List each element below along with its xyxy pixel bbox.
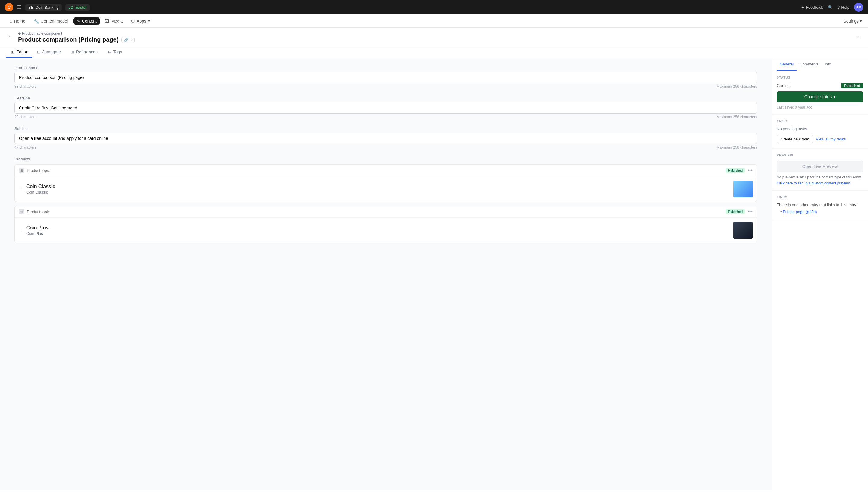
product-card-body-0: ⠿ Coin Classic Coin Classic [15,176,757,202]
space-initials: BE [28,5,33,10]
right-tab-info[interactable]: Info [821,58,834,70]
space-selector[interactable]: BE Coin Banking [25,4,62,11]
internal-name-field: Internal name 33 characters Maximum 256 … [15,65,757,89]
tasks-section-title: TASKS [777,119,863,123]
product-card-body-1: ⠿ Coin Plus Coin Plus [15,218,757,243]
help-button[interactable]: ? Help [837,5,849,10]
headline-input[interactable] [15,102,757,114]
nav-item-home[interactable]: ⌂ Home [6,17,29,25]
preview-setup-link[interactable]: Click here to set up a custom content pr… [777,181,863,185]
product-thumb-0 [733,181,752,198]
branch-icon: ⎇ [68,5,73,10]
help-icon: ? [837,5,840,10]
branch-selector[interactable]: ⎇ master [65,4,90,11]
breadcrumb-content: ◆ Product table component Product compar… [18,31,853,46]
tasks-section: TASKS No pending tasks Create new task V… [772,115,868,149]
content-area: ⊞ Editor ⊞ Jumpgate ⊞ References 🏷 Tags … [0,47,868,492]
feedback-button[interactable]: ✦ Feedback [801,5,823,10]
chevron-down-icon: ▾ [833,95,835,99]
content-icon: ✎ [76,19,80,23]
product-card-header-1: ⊞ Product topic Published ••• [15,206,757,218]
subline-max-chars: Maximum 256 characters [716,145,757,150]
tab-editor[interactable]: ⊞ Editor [6,47,32,58]
right-panel: General Comments Info STATUS Current Pub… [771,58,868,491]
references-tab-icon: ⊞ [71,49,74,54]
links-list: Pricing page (p13n) [777,209,863,214]
internal-name-label: Internal name [15,65,757,70]
jumpgate-tab-icon: ⊞ [37,49,41,54]
subline-meta: 47 characters Maximum 256 characters [15,145,757,150]
internal-name-input[interactable] [15,72,757,83]
last-saved-text: Last saved a year ago [777,105,863,109]
products-field: Products ⊞ Product topic Published ••• ⠿… [15,157,757,243]
product-name-1: Coin Plus [26,225,730,231]
product-card-menu-1[interactable]: ••• [747,209,752,214]
product-card-menu-0[interactable]: ••• [747,168,752,173]
tab-references[interactable]: ⊞ References [66,47,103,58]
product-card-1: ⊞ Product topic Published ••• ⠿ Coin Plu… [15,206,757,243]
nav-item-apps[interactable]: ⬡ Apps ▾ [127,17,154,25]
product-card-header-0: ⊞ Product topic Published ••• [15,165,757,176]
drag-handle-0[interactable]: ⠿ [19,187,22,191]
avatar[interactable]: AR [854,3,863,12]
change-status-button[interactable]: Change status ▾ [777,91,863,102]
nav-item-content[interactable]: ✎ Content [73,17,100,25]
editor-panel: Internal name 33 characters Maximum 256 … [0,58,771,491]
tab-jumpgate[interactable]: ⊞ Jumpgate [32,47,66,58]
link-icon: 🔗 [124,38,129,42]
product-thumb-1 [733,222,752,239]
page-title-row: Product comparison (Pricing page) 🔗 1 [18,36,853,43]
top-bar: C ☰ BE Coin Banking ⎇ master ✦ Feedback … [0,0,868,15]
subline-input[interactable] [15,133,757,144]
product-status-badge-1: Published [726,209,745,214]
menu-icon[interactable]: ☰ [17,4,22,11]
headline-field: Headline 29 characters Maximum 256 chara… [15,96,757,119]
right-tab-general[interactable]: General [777,58,797,70]
headline-meta: 29 characters Maximum 256 characters [15,115,757,119]
preview-section: PREVIEW Open Live Preview No preview is … [772,149,868,190]
more-options-button[interactable]: … [856,33,862,39]
product-type-icon-1: ⊞ [19,209,24,214]
nav-item-content-model[interactable]: 🔧 Content model [30,17,72,25]
page-title: Product comparison (Pricing page) [18,36,119,43]
view-all-tasks-button[interactable]: View all my tasks [816,135,846,143]
app-logo: C [5,3,13,12]
reference-badge[interactable]: 🔗 1 [121,37,135,43]
space-name: Coin Banking [35,5,58,10]
secondary-nav: ⌂ Home 🔧 Content model ✎ Content 🖼 Media… [0,15,868,28]
product-type-icon-0: ⊞ [19,168,24,173]
preview-section-title: PREVIEW [777,153,863,157]
tags-tab-icon: 🏷 [107,49,111,54]
link-item-0[interactable]: Pricing page (p13n) [780,209,863,214]
apps-dropdown-icon: ▾ [148,19,150,23]
search-button[interactable]: 🔍 [828,5,833,10]
create-task-button[interactable]: Create new task [777,135,813,143]
nav-item-media[interactable]: 🖼 Media [102,17,126,25]
product-type-label-0: Product topic [27,168,723,173]
editor-tabs: ⊞ Editor ⊞ Jumpgate ⊞ References 🏷 Tags [0,47,868,58]
links-section: LINKS There is one other entry that link… [772,190,868,220]
headline-char-count: 29 characters [15,115,36,119]
back-button[interactable]: ← [6,32,15,40]
preview-notice-text: No preview is set up for the content typ… [777,175,863,180]
open-live-preview-button[interactable]: Open Live Preview [777,161,863,172]
status-badge: Published [841,83,863,88]
headline-label: Headline [15,96,757,100]
status-current-label: Current [777,83,791,88]
status-section-title: STATUS [777,76,863,79]
headline-max-chars: Maximum 256 characters [716,115,757,119]
product-name-0: Coin Classic [26,184,730,189]
right-panel-tabs: General Comments Info [772,58,868,71]
feedback-icon: ✦ [801,5,804,10]
breadcrumb-icon: ◆ [18,31,21,36]
settings-button[interactable]: Settings ▾ [844,19,862,23]
tab-tags[interactable]: 🏷 Tags [103,47,127,58]
status-row: Current Published [777,83,863,88]
drag-handle-1[interactable]: ⠿ [19,228,22,233]
right-tab-comments[interactable]: Comments [797,58,821,70]
editor-tab-icon: ⊞ [11,49,15,54]
subline-char-count: 47 characters [15,145,36,150]
tasks-empty-label: No pending tasks [777,126,863,131]
product-info-1: Coin Plus Coin Plus [26,225,730,236]
links-section-title: LINKS [777,195,863,199]
